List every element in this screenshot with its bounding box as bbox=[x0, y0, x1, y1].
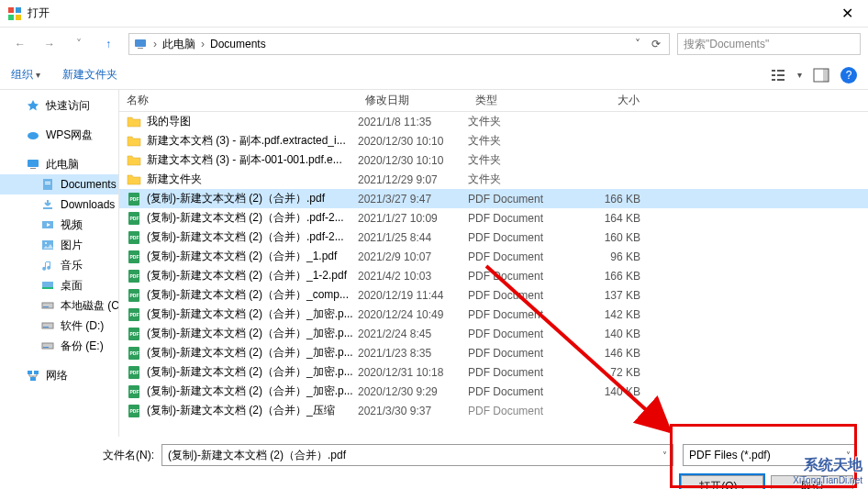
filetype-dropdown-icon[interactable]: ˅ bbox=[846, 450, 851, 461]
open-button[interactable]: 打开(O) ▾ bbox=[681, 475, 763, 489]
file-row[interactable]: PDF(复制)-新建文本文档 (2)（合并）.pdf2021/3/27 9:47… bbox=[119, 189, 868, 208]
filename-input[interactable]: (复制)-新建文本文档 (2)（合并）.pdf ˅ bbox=[161, 444, 673, 466]
file-date: 2020/12/24 10:49 bbox=[358, 308, 468, 321]
search-input[interactable]: 搜索"Documents" bbox=[677, 33, 861, 55]
file-row[interactable]: PDF(复制)-新建文本文档 (2)（合并）_加密.p...2020/12/24… bbox=[119, 305, 868, 324]
file-name: (复制)-新建文本文档 (2)（合并）_1-2.pdf bbox=[147, 268, 358, 283]
forward-button[interactable]: → bbox=[37, 31, 62, 57]
svg-rect-27 bbox=[43, 306, 49, 307]
file-row[interactable]: 新建文本文档 (3) - 副本-001-001.pdf.e...2020/12/… bbox=[119, 150, 868, 170]
file-row[interactable]: PDF(复制)-新建文本文档 (2)（合并）_加密.p...2020/12/30… bbox=[119, 382, 868, 401]
svg-text:PDF: PDF bbox=[130, 254, 139, 260]
up-button[interactable]: ↑ bbox=[95, 31, 121, 57]
file-name: (复制)-新建文本文档 (2)（合并）_加密.p... bbox=[147, 326, 358, 341]
nav-item[interactable]: WPS网盘 bbox=[0, 125, 118, 145]
cancel-button[interactable]: 取消 bbox=[771, 475, 853, 489]
file-name: (复制)-新建文本文档 (2)（合并）_comp... bbox=[147, 287, 358, 303]
svg-rect-29 bbox=[43, 327, 49, 328]
nav-item[interactable]: 桌面 bbox=[0, 275, 118, 295]
file-size: 160 KB bbox=[578, 231, 651, 244]
new-folder-button[interactable]: 新建文件夹 bbox=[62, 67, 117, 83]
file-date: 2021/1/8 11:35 bbox=[358, 116, 468, 128]
nav-item-label: 音乐 bbox=[61, 258, 83, 273]
preview-pane-icon[interactable] bbox=[813, 67, 829, 83]
file-row[interactable]: 新建文件夹2021/12/29 9:07文件夹 bbox=[119, 170, 868, 189]
nav-item[interactable]: 图片 bbox=[0, 235, 118, 255]
file-date: 2021/2/9 10:07 bbox=[358, 250, 468, 263]
nav-item-label: Downloads bbox=[61, 198, 115, 211]
file-row[interactable]: PDF(复制)-新建文本文档 (2)（合并）_加密.p...2021/2/24 … bbox=[119, 324, 868, 343]
main-area: 快速访问WPS网盘此电脑DocumentsDownloads视频图片音乐桌面本地… bbox=[0, 90, 868, 437]
svg-point-14 bbox=[28, 132, 39, 139]
svg-rect-15 bbox=[28, 160, 39, 167]
svg-text:PDF: PDF bbox=[130, 312, 139, 317]
search-placeholder: 搜索"Documents" bbox=[684, 37, 769, 52]
title-bar: 打开 ✕ bbox=[0, 0, 868, 28]
nav-item[interactable]: 备份 (E:) bbox=[0, 336, 118, 356]
file-row[interactable]: PDF(复制)-新建文本文档 (2)（合并）.pdf-2...2021/1/25… bbox=[119, 228, 868, 247]
nav-item-label: WPS网盘 bbox=[46, 128, 93, 143]
col-type[interactable]: 类型 bbox=[468, 93, 578, 108]
nav-item[interactable]: 软件 (D:) bbox=[0, 316, 118, 336]
crumb-documents[interactable]: Documents bbox=[206, 38, 270, 50]
nav-item-label: 软件 (D:) bbox=[61, 318, 104, 334]
svg-rect-1 bbox=[16, 7, 21, 13]
file-date: 2021/12/29 9:07 bbox=[358, 173, 468, 186]
file-row[interactable]: PDF(复制)-新建文本文档 (2)（合并）_加密.p...2020/12/31… bbox=[119, 362, 868, 382]
file-row[interactable]: PDF(复制)-新建文本文档 (2)（合并）_1-2.pdf2021/4/2 1… bbox=[119, 266, 868, 285]
col-size[interactable]: 大小 bbox=[578, 93, 651, 108]
file-date: 2021/1/25 8:44 bbox=[358, 231, 468, 244]
col-name[interactable]: 名称 bbox=[119, 93, 358, 108]
file-row[interactable]: PDF(复制)-新建文本文档 (2)（合并）_加密.p...2021/1/23 … bbox=[119, 343, 868, 362]
help-icon[interactable]: ? bbox=[840, 67, 857, 83]
refresh-button[interactable]: ⟳ bbox=[647, 38, 665, 50]
nav-item[interactable]: Downloads bbox=[0, 194, 118, 215]
view-options-icon[interactable] bbox=[770, 67, 786, 83]
svg-text:PDF: PDF bbox=[130, 331, 139, 337]
svg-rect-7 bbox=[772, 74, 775, 76]
file-row[interactable]: 新建文本文档 (3) - 副本.pdf.extracted_i...2020/1… bbox=[119, 131, 868, 150]
file-type: PDF Document bbox=[468, 405, 578, 417]
nav-item[interactable]: 快速访问 bbox=[0, 95, 118, 116]
file-size: 146 KB bbox=[578, 347, 651, 360]
col-date[interactable]: 修改日期 bbox=[358, 93, 468, 108]
nav-item[interactable]: 音乐 bbox=[0, 255, 118, 275]
file-row[interactable]: 我的导图2021/1/8 11:35文件夹 bbox=[119, 112, 868, 131]
filetype-select[interactable]: PDF Files (*.pdf) ˅ bbox=[683, 444, 857, 466]
file-type: 文件夹 bbox=[468, 133, 578, 149]
svg-text:PDF: PDF bbox=[130, 408, 139, 414]
address-bar[interactable]: › 此电脑 › Documents ˅ ⟳ bbox=[128, 33, 670, 55]
file-row[interactable]: PDF(复制)-新建文本文档 (2)（合并）_1.pdf2021/2/9 10:… bbox=[119, 247, 868, 266]
nav-item[interactable]: 本地磁盘 (C bbox=[0, 295, 118, 316]
crumb-thispc[interactable]: 此电脑 bbox=[159, 37, 199, 52]
svg-rect-11 bbox=[777, 79, 785, 81]
close-button[interactable]: ✕ bbox=[827, 0, 868, 28]
file-row[interactable]: PDF(复制)-新建文本文档 (2)（合并）.pdf-2...2021/1/27… bbox=[119, 208, 868, 228]
address-dropdown[interactable]: ˅ bbox=[629, 38, 647, 50]
file-type: PDF Document bbox=[468, 231, 578, 244]
file-type: PDF Document bbox=[468, 308, 578, 321]
file-type: PDF Document bbox=[468, 385, 578, 398]
filename-dropdown-icon[interactable]: ˅ bbox=[662, 450, 667, 461]
file-size: 142 KB bbox=[578, 308, 651, 321]
nav-item[interactable]: 此电脑 bbox=[0, 154, 118, 174]
svg-rect-10 bbox=[777, 74, 785, 76]
nav-item[interactable]: Documents bbox=[0, 174, 118, 194]
nav-item-label: 本地磁盘 (C bbox=[61, 298, 119, 314]
svg-rect-18 bbox=[45, 182, 50, 183]
file-row[interactable]: PDF(复制)-新建文本文档 (2)（合并）_comp...2020/12/19… bbox=[119, 285, 868, 305]
nav-item[interactable]: 视频 bbox=[0, 215, 118, 235]
nav-item[interactable]: 网络 bbox=[0, 365, 118, 385]
organize-menu[interactable]: 组织 ▾ bbox=[11, 67, 40, 83]
file-type: PDF Document bbox=[468, 328, 578, 340]
svg-rect-16 bbox=[30, 168, 36, 169]
file-row[interactable]: PDF(复制)-新建文本文档 (2)（合并）_压缩2021/3/30 9:37P… bbox=[119, 401, 868, 420]
file-date: 2021/1/27 10:09 bbox=[358, 212, 468, 225]
nav-item-label: 网络 bbox=[46, 368, 68, 383]
svg-rect-34 bbox=[30, 377, 36, 381]
recent-dropdown[interactable]: ˅ bbox=[66, 31, 92, 57]
crumb-sep: › bbox=[151, 38, 159, 50]
back-button[interactable]: ← bbox=[7, 31, 33, 57]
view-dropdown-icon[interactable]: ▾ bbox=[797, 70, 802, 80]
svg-rect-8 bbox=[772, 79, 775, 81]
